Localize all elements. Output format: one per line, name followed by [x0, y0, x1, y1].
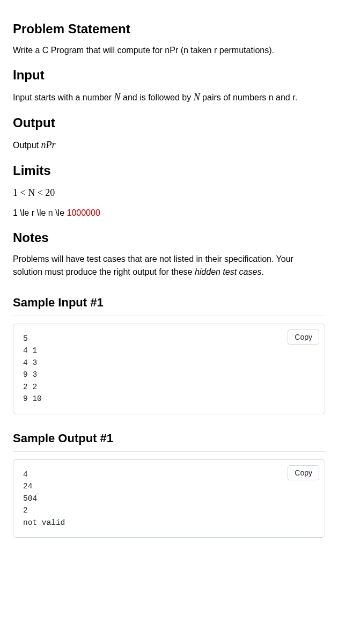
notes-body-post: . [261, 267, 263, 276]
notes-heading: Notes [13, 228, 325, 247]
sample-input-heading: Sample Input #1 [13, 294, 325, 316]
limits-heading: Limits [13, 161, 325, 180]
input-var-n2: N [194, 92, 200, 103]
sample-output-heading: Sample Output #1 [13, 429, 325, 452]
output-expr: nPr [41, 140, 55, 150]
input-body-pre: Input starts with a number [13, 93, 114, 102]
copy-button[interactable]: Copy [288, 330, 319, 345]
output-heading: Output [13, 113, 325, 133]
sample-input-content: 5 4 1 4 3 9 3 2 2 9 10 [23, 333, 315, 405]
limits-line2-error: 1000000 [67, 208, 100, 217]
input-body-mid: and is followed by [121, 93, 194, 102]
sample-input-block: Copy 5 4 1 4 3 9 3 2 2 9 10 [13, 324, 325, 414]
problem-statement-body: Write a C Program that will compute for … [13, 44, 325, 57]
copy-button[interactable]: Copy [288, 465, 319, 480]
notes-body-em: hidden test cases [195, 267, 262, 276]
output-body-pre: Output [13, 141, 41, 150]
problem-statement-heading: Problem Statement [13, 19, 325, 39]
output-body: Output nPr [13, 138, 325, 152]
sample-output-content: 4 24 504 2 not valid [23, 469, 315, 529]
input-var-n1: N [114, 92, 121, 103]
input-body: Input starts with a number N and is foll… [13, 90, 325, 105]
limits-line1: 1 < N < 20 [13, 186, 325, 200]
notes-body: Problems will have test cases that are n… [13, 253, 325, 279]
limits-line2: 1 \le r \le n \le 1000000 [13, 207, 325, 219]
input-body-post: pairs of numbers n and r. [200, 93, 297, 102]
input-heading: Input [13, 65, 325, 85]
sample-output-block: Copy 4 24 504 2 not valid [13, 459, 325, 538]
limits-line2-pre: 1 \le r \le n \le [13, 208, 67, 217]
